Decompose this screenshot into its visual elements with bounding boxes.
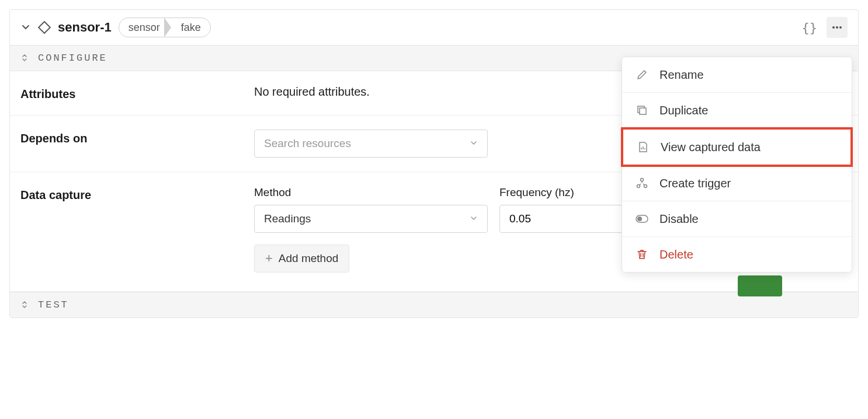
menu-duplicate[interactable]: Duplicate [622,93,852,128]
depends-on-select[interactable]: Search resources [254,130,488,158]
json-braces-icon[interactable]: {} [802,20,818,35]
menu-delete[interactable]: Delete [622,237,852,272]
chevron-down-icon [470,212,478,225]
menu-rename[interactable]: Rename [622,57,852,93]
tag-fake: fake [172,19,210,36]
menu-rename-label: Rename [659,68,704,82]
tag-sensor: sensor [119,19,165,36]
svg-point-1 [832,26,835,29]
method-label: Method [254,186,488,199]
configure-title: CONFIGURE [38,53,107,64]
menu-view-data-label: View captured data [661,141,761,154]
pencil-icon [635,68,649,82]
expand-up-down-icon [20,301,30,310]
svg-point-2 [836,26,838,29]
svg-point-3 [839,26,842,29]
menu-create-trigger[interactable]: Create trigger [622,166,852,201]
svg-rect-0 [39,22,50,33]
component-panel: sensor-1 sensor fake {} CONFIGURE Attrib… [9,9,859,318]
menu-duplicate-label: Duplicate [659,104,708,117]
test-title: TEST [38,299,69,310]
component-name: sensor-1 [58,20,112,35]
duplicate-icon [635,103,649,117]
more-actions-button[interactable] [827,17,848,38]
menu-delete-label: Delete [659,248,693,261]
menu-trigger-label: Create trigger [659,177,731,190]
depends-on-label: Depends on [20,130,254,145]
chevron-down-icon [470,137,478,150]
header-actions: {} [802,17,848,38]
trash-icon [635,247,649,261]
add-method-button[interactable]: + Add method [254,245,349,273]
collapse-up-down-icon [20,54,30,63]
trigger-icon [635,176,649,190]
menu-disable-label: Disable [659,212,699,226]
tag-separator-icon [165,18,172,37]
plus-icon: + [265,252,273,265]
component-diamond-icon [38,21,51,34]
add-method-label: Add method [279,252,338,265]
method-value: Readings [264,212,311,225]
toggle-icon [635,212,649,226]
svg-rect-5 [640,108,646,114]
chart-file-icon [636,140,650,154]
actions-dropdown: Rename Duplicate View captured data Crea… [622,57,852,273]
method-select[interactable]: Readings [254,205,488,233]
data-capture-label: Data capture [20,186,254,202]
component-header: sensor-1 sensor fake {} [10,10,858,46]
menu-view-captured-data[interactable]: View captured data [621,127,853,167]
enable-toggle[interactable] [738,275,782,296]
menu-disable[interactable]: Disable [622,201,852,237]
test-section-header[interactable]: TEST [10,292,858,317]
svg-point-6 [641,179,644,181]
collapse-chevron-icon[interactable] [20,22,31,33]
depends-on-placeholder: Search resources [264,137,351,150]
component-type-tags: sensor fake [119,18,211,37]
svg-point-10 [637,217,642,221]
attributes-label: Attributes [20,85,254,101]
